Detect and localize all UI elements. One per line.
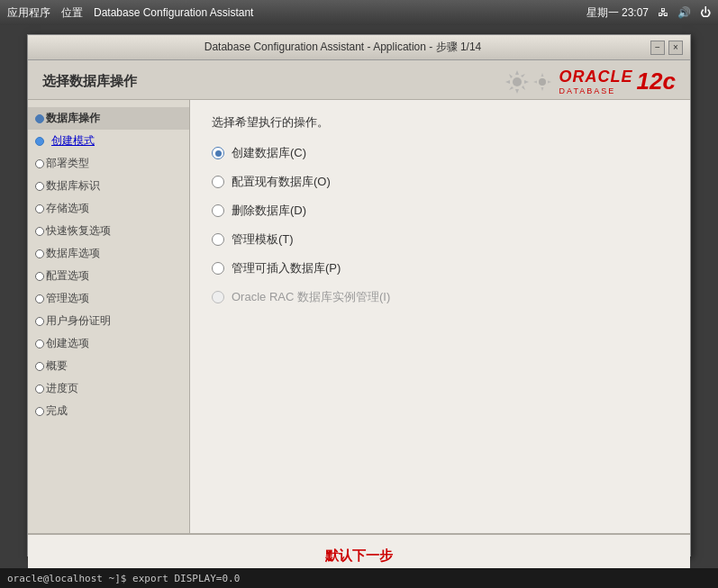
volume-icon: 🔊 [677,6,691,19]
terminal-bar: oracle@localhost ~]$ export DISPLAY=0.0 [0,568,718,588]
radio-config-existing[interactable]: 配置现有数据库(O) [212,174,668,190]
dot-fast-recovery [35,227,44,236]
sidebar-label-progress: 进度页 [46,381,78,396]
oracle-name: ORACLE [559,68,633,86]
taskbar-left: 应用程序 位置 Database Configuration Assistant [7,5,586,21]
radio-label-manage-template: 管理模板(T) [232,231,294,248]
svg-point-0 [513,77,522,86]
dot-create-mode [35,137,44,146]
sidebar-item-mgmt-options[interactable]: 管理选项 [28,287,189,310]
radio-manage-template[interactable]: 管理模板(T) [212,231,668,248]
sidebar-label-config-options: 配置选项 [46,268,89,284]
taskbar-position-menu[interactable]: 位置 [61,5,83,21]
sidebar-item-db-id[interactable]: 数据库标识 [28,175,189,197]
radio-manage-pluggable[interactable]: 管理可插入数据库(P) [212,260,668,276]
svg-point-1 [539,78,546,86]
close-button[interactable]: × [668,41,683,55]
sidebar-item-progress[interactable]: 进度页 [28,377,189,400]
sidebar-label-db-options: 数据库选项 [46,246,100,261]
sidebar-label-create-mode: 创建模式 [51,133,95,149]
gear-icons [504,68,552,95]
main-window: Database Configuration Assistant - Appli… [27,34,691,556]
sidebar-label-storage: 存储选项 [46,201,89,216]
radio-label-config-existing: 配置现有数据库(O) [232,174,331,190]
radio-circle-manage-pluggable [212,262,224,275]
radio-delete-db[interactable]: 删除数据库(D) [212,203,668,219]
radio-circle-oracle-rac [212,291,224,303]
radio-circle-create-db [212,147,224,159]
dot-progress [35,384,44,394]
dot-db-id [35,182,44,191]
content-area: 数据库操作 创建模式 部署类型 数据库标识 存储选项 快速恢复选项 [28,100,690,533]
page-title: 选择数据库操作 [42,73,137,90]
sidebar-label-db-operation: 数据库操作 [46,111,100,126]
dot-config-options [35,272,44,281]
sidebar-label-fast-recovery: 快速恢复选项 [46,223,111,239]
dot-mgmt-options [35,294,44,303]
radio-create-db[interactable]: 创建数据库(C) [212,145,668,161]
radio-label-manage-pluggable: 管理可插入数据库(P) [232,260,341,276]
taskbar-app-menu[interactable]: 应用程序 [7,5,50,21]
dot-create-options [35,339,44,348]
sidebar-item-storage[interactable]: 存储选项 [28,197,189,220]
dot-credentials [35,317,44,326]
sidebar-item-summary[interactable]: 概要 [28,355,189,377]
power-icon[interactable]: ⏻ [700,6,711,19]
sidebar-label-db-id: 数据库标识 [46,178,100,194]
dot-db-options [35,249,44,258]
sidebar-item-create-mode[interactable]: 创建模式 [28,130,189,152]
radio-group: 创建数据库(C) 配置现有数据库(O) 删除数据库(D) 管理模板(T) [212,145,668,305]
dot-complete [35,407,44,416]
sidebar-item-db-operation[interactable]: 数据库操作 [28,107,189,130]
sidebar-label-summary: 概要 [46,358,68,374]
oracle-brand-text: ORACLE DATABASE 12c [559,68,676,95]
oracle-header: 选择数据库操作 ORACLE DATABASE 12c [28,60,690,100]
app-menu-label[interactable]: 应用程序 [7,5,50,21]
default-next-hint: 默认下一步 [42,542,676,570]
terminal-text: oracle@localhost ~]$ export DISPLAY=0.0 [7,573,240,584]
radio-circle-manage-template [212,233,224,246]
sidebar-label-complete: 完成 [46,403,68,419]
sidebar-label-create-options: 创建选项 [46,336,89,351]
position-menu-label[interactable]: 位置 [61,5,83,21]
gear-icon-small [532,72,552,92]
radio-label-delete-db: 删除数据库(D) [232,203,306,219]
network-icon: 🖧 [658,6,668,19]
oracle-sub: DATABASE [559,86,633,95]
radio-oracle-rac: Oracle RAC 数据库实例管理(I) [212,289,668,305]
radio-label-create-db: 创建数据库(C) [232,145,306,161]
window-titlebar: Database Configuration Assistant - Appli… [28,35,690,60]
sidebar-item-credentials[interactable]: 用户身份证明 [28,310,189,332]
oracle-version: 12c [637,68,676,95]
radio-circle-delete-db [212,204,224,217]
sidebar-item-create-options[interactable]: 创建选项 [28,332,189,355]
window-controls: − × [650,41,683,55]
dot-summary [35,362,44,371]
taskbar-right: 星期一 23:07 🖧 🔊 ⏻ [586,5,711,21]
sidebar-item-fast-recovery[interactable]: 快速恢复选项 [28,220,189,242]
dot-storage [35,204,44,213]
sidebar-item-complete[interactable]: 完成 [28,400,189,422]
sidebar-label-deploy-type: 部署类型 [46,156,89,171]
radio-label-oracle-rac: Oracle RAC 数据库实例管理(I) [232,289,390,305]
dot-deploy-type [35,159,44,168]
taskbar: 应用程序 位置 Database Configuration Assistant… [0,0,718,25]
radio-circle-config-existing [212,176,224,188]
minimize-button[interactable]: − [650,41,665,55]
instruction-text: 选择希望执行的操作。 [212,114,668,131]
taskbar-time: 星期一 23:07 [586,5,649,21]
sidebar-label-mgmt-options: 管理选项 [46,291,89,306]
gear-icon-large [504,68,531,95]
dot-db-operation [35,114,44,123]
sidebar-label-credentials: 用户身份证明 [46,313,111,329]
taskbar-window-title: Database Configuration Assistant [94,6,253,19]
sidebar-item-deploy-type[interactable]: 部署类型 [28,152,189,175]
sidebar-item-config-options[interactable]: 配置选项 [28,265,189,287]
sidebar-item-db-options[interactable]: 数据库选项 [28,242,189,265]
main-panel: 选择希望执行的操作。 创建数据库(C) 配置现有数据库(O) 删除数据库(D) [190,100,690,533]
sidebar: 数据库操作 创建模式 部署类型 数据库标识 存储选项 快速恢复选项 [28,100,190,533]
oracle-logo: ORACLE DATABASE 12c [504,68,676,95]
window-title: Database Configuration Assistant - Appli… [35,40,650,55]
